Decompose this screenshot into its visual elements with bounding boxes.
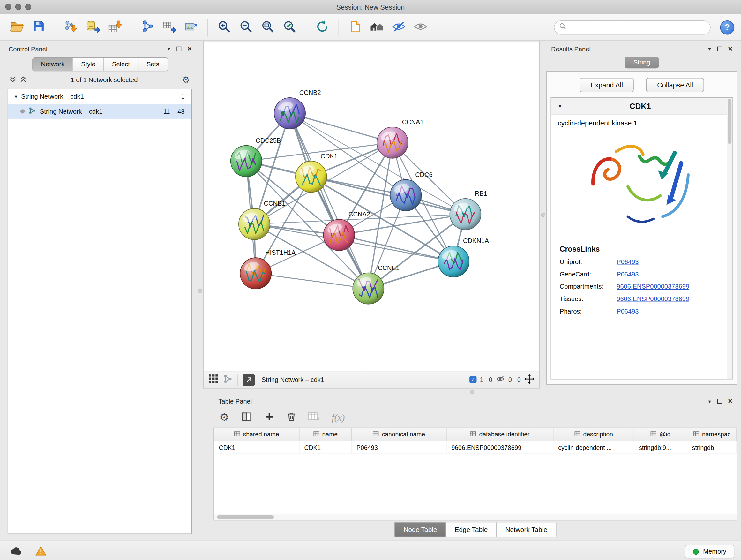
- table-cell[interactable]: stringdb: [687, 441, 737, 454]
- network-row-selected[interactable]: String Network – cdk1 11 48: [8, 104, 191, 119]
- tab-string[interactable]: String: [625, 57, 659, 68]
- table-cell[interactable]: 9606.ENSP00000378699: [447, 441, 554, 454]
- selected-checkbox-icon[interactable]: ✓: [469, 376, 476, 383]
- document-icon: [349, 19, 361, 36]
- gear-icon[interactable]: ⚙: [182, 76, 190, 84]
- table-row[interactable]: CDK1CDK1P064939606.ENSP00000378699cyclin…: [214, 441, 737, 454]
- apply-layout-button[interactable]: [313, 17, 332, 38]
- show-graphics-details-button[interactable]: [367, 17, 387, 38]
- control-panel-close-icon[interactable]: ×: [187, 45, 192, 53]
- pan-move-icon[interactable]: [524, 374, 535, 386]
- memory-button[interactable]: Memory: [685, 545, 734, 558]
- network-share-icon[interactable]: [223, 374, 232, 385]
- results-panel-menu-icon[interactable]: ▾: [709, 46, 711, 52]
- new-network-button[interactable]: [138, 17, 157, 38]
- crosslink-link[interactable]: 9606.ENSP00000378699: [616, 283, 689, 290]
- control-panel-menu-icon[interactable]: ▾: [167, 46, 170, 52]
- tree-expander-icon[interactable]: ▾: [15, 94, 17, 100]
- table-settings-gear-icon[interactable]: ⚙: [219, 412, 229, 423]
- minimize-window-button[interactable]: [15, 4, 21, 10]
- hide-edges-button[interactable]: [389, 17, 408, 38]
- tab-network[interactable]: Network: [33, 58, 73, 71]
- column-header-shared-name[interactable]: shared name: [214, 428, 300, 441]
- column-header-namespac[interactable]: namespac: [687, 428, 737, 441]
- table-cell[interactable]: CDK1: [214, 441, 300, 454]
- crosslink-link[interactable]: P06493: [616, 258, 638, 265]
- search-box[interactable]: [554, 20, 711, 35]
- collapse-all-icon[interactable]: [10, 76, 16, 84]
- import-network-database-button[interactable]: [83, 17, 103, 38]
- tab-edge-table[interactable]: Edge Table: [446, 522, 497, 537]
- table-cell[interactable]: cyclin-dependent ...: [553, 441, 634, 454]
- network-node-CDC25B[interactable]: CDC25B: [231, 137, 281, 177]
- column-header-database-identifier[interactable]: database identifier: [447, 428, 554, 441]
- crosslink-link[interactable]: P06493: [616, 271, 638, 278]
- zoom-out-button[interactable]: [236, 17, 256, 38]
- right-splitter[interactable]: [540, 41, 546, 388]
- zoom-in-button[interactable]: [214, 17, 234, 38]
- delete-column-icon[interactable]: [286, 411, 296, 424]
- warning-button[interactable]: [31, 544, 50, 559]
- tab-style[interactable]: Style: [73, 58, 104, 71]
- crosslink-link[interactable]: 9606.ENSP00000378699: [616, 295, 689, 302]
- import-table-icon: [107, 19, 123, 36]
- protein-card-expander-icon[interactable]: ▾: [559, 103, 561, 109]
- search-input[interactable]: [569, 23, 705, 30]
- control-panel-float-icon[interactable]: [177, 47, 181, 51]
- table-cell[interactable]: CDK1: [300, 441, 352, 454]
- collapse-all-button[interactable]: Collapse All: [646, 78, 704, 92]
- network-node-CCNB2[interactable]: CCNB2: [274, 89, 321, 129]
- save-session-button[interactable]: [28, 17, 48, 38]
- help-button[interactable]: ?: [720, 20, 735, 35]
- table-cell[interactable]: stringdb:9...: [634, 441, 687, 454]
- left-splitter[interactable]: [197, 41, 203, 541]
- column-header-name[interactable]: name: [300, 428, 352, 441]
- expand-all-icon[interactable]: [20, 76, 26, 84]
- add-column-icon[interactable]: [264, 411, 274, 424]
- table-splitter[interactable]: [203, 388, 741, 395]
- zoom-window-button[interactable]: [25, 4, 31, 10]
- new-table-button[interactable]: [159, 17, 179, 38]
- network-node-HIST1H1A[interactable]: HIST1H1A: [240, 249, 296, 289]
- network-graph[interactable]: CCNB2CCNA1CDC25BCDK1CDC6RB1CCNB1CCNA2CDK…: [204, 41, 539, 371]
- table-panel-close-icon[interactable]: ×: [728, 397, 732, 405]
- zoom-fit-button[interactable]: [258, 17, 278, 38]
- table-cell[interactable]: P06493: [352, 441, 447, 454]
- column-header-@id[interactable]: @id: [634, 428, 687, 441]
- table-panel-menu-icon[interactable]: ▾: [709, 398, 711, 404]
- table-hscrollbar-thumb[interactable]: [217, 515, 274, 519]
- tab-sets[interactable]: Sets: [138, 58, 167, 71]
- network-node-CDK1[interactable]: CDK1: [295, 152, 338, 192]
- tab-node-table[interactable]: Node Table: [395, 522, 446, 537]
- import-table-button[interactable]: [105, 17, 125, 38]
- zoom-selected-button[interactable]: [280, 17, 299, 38]
- results-scrollbar[interactable]: [727, 98, 732, 379]
- export-image-button[interactable]: [181, 17, 201, 38]
- detach-view-button[interactable]: [243, 374, 255, 386]
- tab-select[interactable]: Select: [104, 58, 138, 71]
- open-session-button[interactable]: [7, 17, 26, 38]
- network-collection-row[interactable]: ▾ String Network – cdk1 1: [8, 89, 191, 104]
- column-header-description[interactable]: description: [553, 428, 634, 441]
- crosslink-link[interactable]: P06493: [616, 308, 638, 315]
- import-network-file-button[interactable]: [61, 17, 81, 38]
- network-node-RB1[interactable]: RB1: [450, 190, 487, 230]
- table-panel-float-icon[interactable]: [717, 399, 722, 404]
- table-hscrollbar[interactable]: [214, 514, 737, 520]
- copy-style-button[interactable]: [345, 17, 365, 38]
- tab-network-table[interactable]: Network Table: [497, 522, 556, 537]
- birdseye-grid-icon[interactable]: [208, 374, 218, 386]
- results-panel-close-icon[interactable]: ×: [728, 45, 732, 53]
- column-header-canonical-name[interactable]: canonical name: [352, 428, 447, 441]
- network-canvas[interactable]: CCNB2CCNA1CDC25BCDK1CDC6RB1CCNB1CCNA2CDK…: [204, 41, 539, 371]
- network-node-CCNA1[interactable]: CCNA1: [377, 118, 423, 159]
- expand-all-button[interactable]: Expand All: [580, 78, 634, 92]
- select-columns-icon[interactable]: [241, 411, 253, 424]
- cloud-button[interactable]: [7, 544, 26, 559]
- results-scrollbar-thumb[interactable]: [728, 99, 731, 144]
- close-window-button[interactable]: [5, 4, 11, 10]
- network-node-CDKN1A[interactable]: CDKN1A: [438, 237, 489, 277]
- show-all-button[interactable]: [411, 17, 430, 38]
- results-panel-float-icon[interactable]: [717, 47, 722, 51]
- hidden-eye-slash-icon[interactable]: [495, 375, 505, 385]
